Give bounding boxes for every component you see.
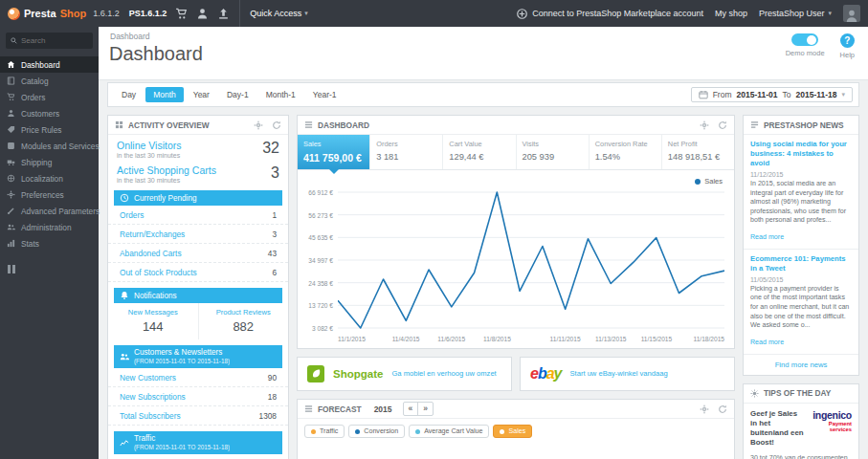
shopgate-link[interactable]: Ga mobiel en verhoog uw omzet (391, 369, 496, 379)
gear-icon[interactable] (254, 120, 263, 130)
sidebar-item-preferences[interactable]: Preferences (0, 186, 99, 203)
sidebar-item-advanced-parameters[interactable]: Advanced Parameters (0, 203, 99, 219)
y-axis: 66 912 € 56 273 € 45 635 € 34 997 € 24 3… (301, 189, 338, 333)
kpi-tab-visits[interactable]: Visits 205 939 (517, 135, 590, 169)
kpi-tab-orders[interactable]: Orders 3 181 (370, 135, 443, 169)
product-reviews-cell: Product Reviews 882 (198, 303, 289, 339)
kpi-label: Net Profit (668, 140, 728, 148)
product-reviews-link[interactable]: Product Reviews (201, 308, 287, 317)
kpi-tab-conversion-rate[interactable]: Conversion Rate 1.54% (590, 135, 662, 169)
demo-mode-toggle[interactable] (791, 33, 818, 46)
range-button-month-1[interactable]: Month-1 (258, 87, 303, 102)
profile-icon[interactable] (196, 8, 209, 20)
kpi-tab-cart-value[interactable]: Cart Value 129,44 € (443, 135, 516, 169)
pending-orders-link[interactable]: Orders (120, 210, 144, 220)
active-carts-value: 3 (271, 164, 279, 182)
forecast-legend-traffic[interactable]: Traffic (304, 425, 345, 438)
ingenico-logo: ingenico Payment services (811, 409, 852, 432)
kpi-tab-net-profit[interactable]: Net Profit 148 918,51 € (662, 135, 734, 169)
sidebar-item-price-rules[interactable]: Price Rules (0, 121, 99, 138)
forecast-legend-average-cart-value[interactable]: Average Cart Value (409, 425, 489, 438)
google-analytics-link[interactable]: Link to your Google Analytics account (108, 454, 288, 459)
read-more-link[interactable]: Read more (750, 233, 784, 241)
kpi-tab-sales[interactable]: Sales 411 759,00 € (298, 135, 370, 169)
read-more-link[interactable]: Read more (750, 339, 784, 346)
y-tick: 24 358 € (308, 279, 333, 286)
kpi-value: 1.54% (595, 152, 656, 162)
chart-plot-area[interactable] (338, 189, 724, 333)
x-tick: 11/8/2015 (483, 336, 511, 342)
legend-label: Average Cart Value (424, 427, 482, 435)
forecast-legend-sales[interactable]: Sales (493, 425, 532, 438)
sidebar-item-stats[interactable]: Stats (0, 235, 99, 251)
news-headline-link[interactable]: Using social media for your business: 4 … (750, 140, 852, 168)
forecast-year-select[interactable]: 2015 (374, 404, 392, 414)
quick-access-menu[interactable]: Quick Access ▾ (250, 9, 308, 18)
sidebar-item-shipping[interactable]: Shipping (0, 154, 99, 170)
new-subscriptions-link[interactable]: New Subscriptions (120, 392, 186, 402)
gear-icon[interactable] (700, 404, 709, 414)
new-messages-link[interactable]: New Messages (110, 308, 196, 317)
marketplace-link[interactable]: Connect to PrestaShop Marketplace accoun… (516, 8, 703, 20)
sidebar-item-administration[interactable]: Administration (0, 219, 99, 235)
ingenico-tagline: Payment services (811, 421, 852, 432)
range-button-month[interactable]: Month (145, 87, 184, 102)
find-more-news-link[interactable]: Find more news (744, 355, 858, 375)
legend-dot (311, 429, 316, 434)
forecast-next-button[interactable]: » (417, 403, 433, 415)
refresh-icon[interactable] (718, 120, 727, 130)
chevron-down-icon: ▾ (828, 10, 832, 17)
shop-name[interactable]: PS1.6.1.2 (129, 9, 167, 18)
sidebar-item-orders[interactable]: Orders (0, 89, 99, 105)
user-menu[interactable]: PrestaShop User ▾ (759, 9, 832, 18)
chart-legend[interactable]: Sales (301, 174, 724, 189)
range-button-year-1[interactable]: Year-1 (305, 87, 345, 102)
news-headline-link[interactable]: Ecommerce 101: Payments in a Tweet (750, 254, 852, 273)
gear-icon[interactable] (700, 120, 709, 130)
gear-icon (7, 190, 15, 199)
ebay-link[interactable]: Start uw eBay-winkel vandaag (570, 369, 668, 379)
sidebar-item-label: Localization (21, 174, 63, 184)
refresh-icon[interactable] (718, 404, 727, 414)
help-icon[interactable]: ? (840, 33, 855, 48)
search-input[interactable] (21, 36, 88, 45)
forecast-legend-conversion[interactable]: Conversion (348, 425, 405, 438)
shopgate-logo: Shopgate (333, 368, 383, 380)
version-label: 1.6.1.2 (93, 9, 120, 18)
to-date: 2015-11-18 (795, 90, 836, 99)
refresh-icon[interactable] (272, 120, 281, 130)
cart-icon[interactable] (175, 8, 188, 20)
online-visitors-link[interactable]: Online Visitors (117, 140, 182, 151)
sidebar-item-modules[interactable]: Modules and Services (0, 138, 99, 154)
total-subscribers-link[interactable]: Total Subscribers (120, 411, 181, 421)
page-header: Dashboard Dashboard Demo mode ? Help (99, 27, 868, 80)
sidebar-item-catalog[interactable]: Catalog (0, 73, 99, 89)
pending-returns-link[interactable]: Return/Exchanges (120, 230, 185, 239)
active-carts-link[interactable]: Active Shopping Carts (117, 164, 216, 176)
sidebar-item-localization[interactable]: Localization (0, 170, 99, 186)
forecast-prev-button[interactable]: « (404, 403, 418, 415)
date-range-picker[interactable]: From 2015-11-01 To 2015-11-18 ▾ (691, 87, 853, 102)
user-avatar[interactable] (843, 5, 860, 22)
range-button-day[interactable]: Day (114, 87, 144, 102)
chevron-down-icon: ▾ (304, 10, 308, 17)
my-shop-link[interactable]: My shop (715, 9, 747, 18)
sidebar-item-customers[interactable]: Customers (0, 105, 99, 121)
sidebar-item-label: Customers (21, 109, 59, 119)
news-panel-icon (750, 120, 759, 129)
sidebar-item-label: Advanced Parameters (21, 207, 100, 216)
sidebar-collapse-button[interactable] (8, 265, 91, 273)
pending-row-out-of-stock: Out of Stock Products 6 (108, 263, 288, 282)
range-button-day-1[interactable]: Day-1 (219, 87, 256, 102)
sidebar-search[interactable] (6, 33, 93, 49)
out-of-stock-value: 6 (272, 268, 277, 277)
range-button-year[interactable]: Year (186, 87, 217, 102)
out-of-stock-link[interactable]: Out of Stock Products (120, 268, 197, 277)
news-excerpt: Picking a payment provider is one of the… (750, 285, 852, 331)
new-customers-link[interactable]: New Customers (120, 373, 176, 382)
abandoned-carts-link[interactable]: Abandoned Carts (120, 249, 182, 258)
tag-icon (7, 125, 15, 134)
sidebar-item-dashboard[interactable]: Dashboard (0, 56, 99, 73)
prestashop-logo[interactable]: PrestaShop 1.6.1.2 (8, 8, 120, 20)
upload-icon[interactable] (217, 8, 230, 20)
